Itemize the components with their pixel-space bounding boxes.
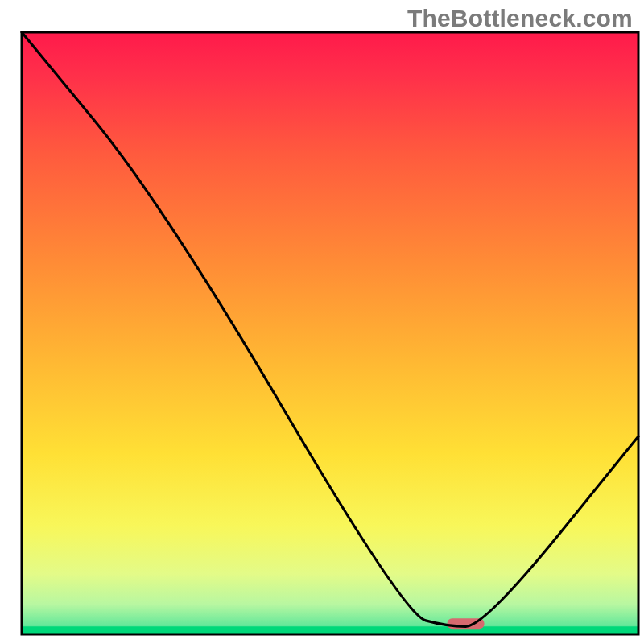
chart-canvas: [0, 0, 644, 644]
chart-stage: TheBottleneck.com: [0, 0, 644, 644]
watermark-text: TheBottleneck.com: [407, 5, 633, 32]
plot-background: [22, 32, 638, 634]
